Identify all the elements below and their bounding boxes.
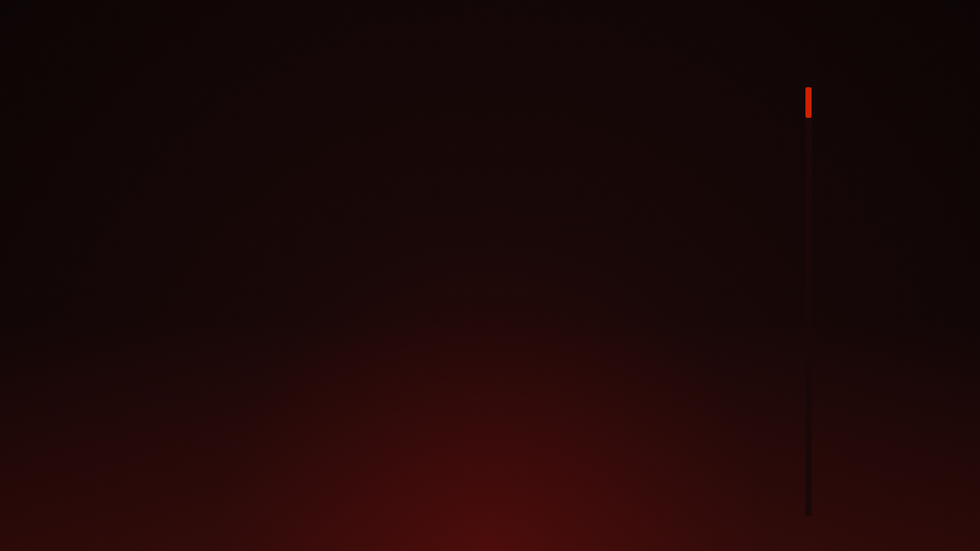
scrollbar-track[interactable]	[805, 87, 812, 516]
background-watermark	[0, 321, 980, 551]
main-container: ROG UEFI BIOS Utility — Advanced Mode 04…	[0, 0, 980, 551]
scrollbar-thumb	[805, 87, 812, 118]
